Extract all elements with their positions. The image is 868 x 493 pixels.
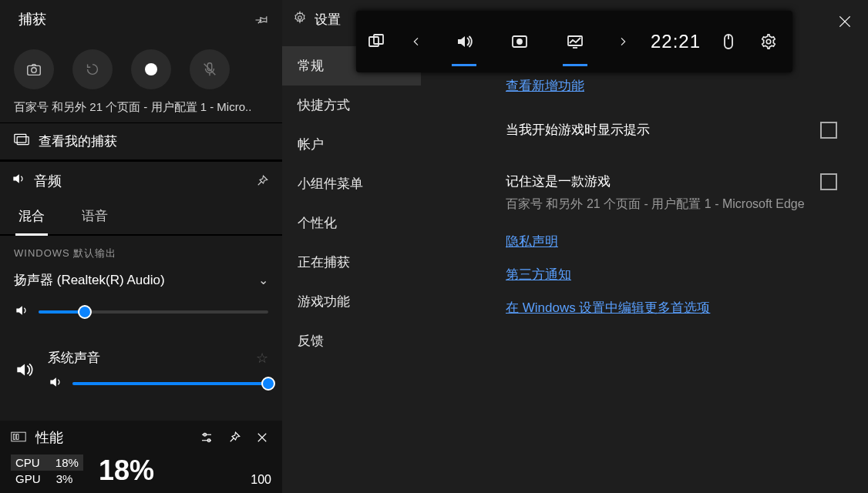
- remember-game-sub: 百家号 和另外 21 个页面 - 用户配置 1 - Microsoft Edge: [506, 196, 845, 213]
- svg-point-18: [298, 16, 302, 20]
- star-icon[interactable]: ☆: [256, 350, 268, 367]
- svg-point-3: [32, 68, 36, 72]
- pin-icon[interactable]: [225, 428, 244, 447]
- toolbar-capture[interactable]: [492, 11, 547, 72]
- perf-scale: 100: [251, 473, 271, 487]
- privacy-link[interactable]: 隐私声明: [506, 233, 558, 250]
- whats-new-link[interactable]: 查看新增功能: [506, 77, 584, 95]
- toolbar-time: 22:21: [643, 31, 708, 52]
- toolbar-perf[interactable]: [547, 11, 603, 72]
- master-volume-slider[interactable]: [39, 310, 268, 314]
- capture-window-title: 百家号 和另外 21 个页面 - 用户配置 1 - Micro..: [0, 100, 282, 123]
- chevron-down-icon: ⌄: [258, 273, 268, 287]
- output-device-row[interactable]: 扬声器 (Realtek(R) Audio) ⌄: [14, 271, 268, 289]
- default-output-label: WINDOWS 默认输出: [14, 246, 268, 260]
- third-party-link[interactable]: 第三方通知: [506, 266, 571, 283]
- mic-mute-button[interactable]: [190, 49, 230, 89]
- svg-rect-11: [17, 434, 19, 439]
- close-button[interactable]: [834, 11, 856, 32]
- gallery-icon: [14, 133, 29, 149]
- capture-title: 捕获: [19, 10, 46, 29]
- perf-title: 性能: [35, 428, 63, 447]
- system-volume-slider[interactable]: [72, 382, 268, 385]
- show-tips-checkbox[interactable]: [820, 122, 837, 139]
- cpu-value: 18%: [56, 456, 79, 469]
- sliders-icon[interactable]: [197, 428, 216, 447]
- nav-personalize[interactable]: 个性化: [282, 203, 421, 243]
- gpu-label: GPU: [15, 472, 41, 485]
- perf-icon: [11, 430, 26, 446]
- nav-feedback[interactable]: 反馈: [282, 321, 421, 361]
- record-button[interactable]: [131, 49, 171, 89]
- speaker-icon: [11, 171, 26, 190]
- pin-icon[interactable]: [253, 172, 271, 190]
- gpu-value: 3%: [56, 472, 73, 485]
- pin-icon[interactable]: [253, 10, 271, 29]
- chevron-left-icon[interactable]: [396, 11, 436, 72]
- win-settings-link[interactable]: 在 Windows 设置中编辑更多首选项: [506, 299, 710, 317]
- close-icon[interactable]: [253, 428, 271, 447]
- toolbar-audio[interactable]: [436, 11, 492, 72]
- svg-rect-8: [17, 137, 29, 145]
- mouse-icon[interactable]: [708, 11, 749, 72]
- record-dot-icon: [145, 63, 157, 75]
- perf-big-value: 18%: [99, 454, 154, 487]
- nav-account[interactable]: 帐户: [282, 125, 421, 164]
- svg-rect-10: [13, 434, 15, 439]
- system-sound-label: 系统声音: [48, 349, 100, 367]
- audio-title: 音频: [34, 172, 62, 190]
- nav-gaming[interactable]: 游戏功能: [282, 282, 421, 321]
- speaker-icon[interactable]: [48, 374, 63, 393]
- view-captures-row[interactable]: 查看我的捕获: [0, 123, 282, 161]
- svg-rect-7: [15, 134, 26, 143]
- nav-widgets[interactable]: 小组件菜单: [282, 164, 421, 203]
- tab-mix[interactable]: 混合: [15, 200, 48, 234]
- chevron-right-icon[interactable]: [603, 11, 643, 72]
- show-tips-label: 当我开始游戏时显示提示: [506, 121, 650, 139]
- cpu-label: CPU: [15, 456, 40, 469]
- remember-game-checkbox[interactable]: [820, 173, 837, 190]
- record-last-button[interactable]: [72, 49, 113, 89]
- settings-title: 设置: [315, 11, 341, 29]
- tab-voice[interactable]: 语音: [79, 200, 111, 234]
- svg-point-24: [517, 39, 522, 44]
- view-captures-label: 查看我的捕获: [39, 132, 117, 150]
- nav-capturing[interactable]: 正在捕获: [282, 243, 421, 282]
- gear-icon[interactable]: [749, 11, 789, 72]
- screenshot-button[interactable]: [14, 49, 54, 89]
- gear-icon: [293, 11, 307, 29]
- nav-shortcuts[interactable]: 快捷方式: [282, 86, 421, 125]
- output-device-name: 扬声器 (Realtek(R) Audio): [14, 271, 165, 289]
- speaker-icon[interactable]: [14, 303, 29, 321]
- widgets-icon[interactable]: [356, 11, 396, 72]
- svg-point-29: [766, 39, 771, 44]
- speaker-icon: [14, 360, 34, 383]
- remember-game-label: 记住这是一款游戏: [506, 173, 611, 190]
